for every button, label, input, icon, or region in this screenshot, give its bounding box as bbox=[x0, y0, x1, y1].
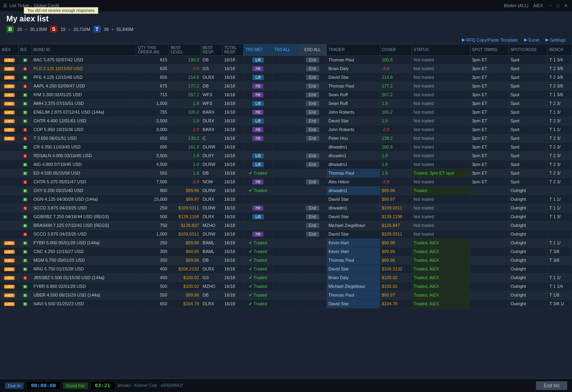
lift-button[interactable]: Lift bbox=[252, 214, 264, 219]
maximize-button[interactable]: □ bbox=[555, 3, 561, 8]
hit-button[interactable]: Hit bbox=[252, 84, 263, 89]
cell-qty: 450 bbox=[136, 273, 169, 282]
cell-spot-timing: 3pm ET bbox=[470, 82, 509, 90]
due-in-timer: 00:00:00 bbox=[27, 382, 60, 389]
cell-aiex: AiEX bbox=[0, 238, 19, 247]
cell-best-resp: DLRX bbox=[201, 212, 223, 221]
aiex-badge: AiEX bbox=[4, 241, 15, 245]
cell-best-resp: GS bbox=[201, 273, 223, 282]
end-button[interactable]: End bbox=[306, 84, 319, 89]
hit-button[interactable]: Hit bbox=[252, 92, 263, 97]
table-row: AiEX B KIM 3.300 02/01/25 USD 715 267.2 … bbox=[0, 90, 572, 99]
end-button[interactable]: End bbox=[306, 153, 319, 158]
hit-button[interactable]: Hit bbox=[252, 179, 263, 185]
hit-button[interactable]: Hit bbox=[252, 110, 263, 115]
cell-spot-cross: Outright bbox=[509, 299, 547, 308]
table-row: AiEX B FYBR 6.860 02/01/28 USD 500 $100.… bbox=[0, 282, 572, 291]
table-row: S SCCO 3.875 04/23/25 USD 1,000 $109.031… bbox=[0, 230, 572, 238]
col-total-resp: TOTALRESP. bbox=[223, 44, 244, 55]
lift-button[interactable]: Lift bbox=[252, 118, 264, 124]
cell-end: End bbox=[298, 64, 326, 73]
cell-qty: 250 bbox=[136, 238, 169, 247]
hit-button[interactable]: Hit bbox=[252, 127, 263, 132]
cell-bench: T 1 3/4 bbox=[548, 55, 572, 64]
hit-button[interactable]: Hit bbox=[252, 232, 263, 237]
cell-trd-met: ✔ Traded bbox=[244, 247, 273, 256]
cell-total-resp: 16/18 bbox=[223, 299, 244, 308]
settings-button[interactable]: ▶ Settings bbox=[545, 37, 566, 42]
cell-end: End bbox=[298, 204, 326, 212]
cell-bs: B bbox=[19, 238, 32, 247]
cell-bs: S bbox=[19, 273, 32, 282]
end-button[interactable]: End bbox=[306, 162, 319, 167]
traded-indicator: ✔ Traded bbox=[249, 284, 267, 289]
cell-aiex: AiEX bbox=[0, 256, 19, 265]
hit-button[interactable]: Hit bbox=[252, 206, 263, 211]
lift-button[interactable]: Lift bbox=[252, 101, 264, 106]
end-button[interactable]: End bbox=[306, 136, 319, 141]
end-button[interactable]: End bbox=[306, 223, 319, 228]
end-button[interactable]: End bbox=[306, 127, 319, 132]
lift-button[interactable]: Lift bbox=[252, 75, 264, 80]
buy-sell-badge: B bbox=[23, 224, 28, 228]
cell-cover: $99.96 bbox=[380, 186, 412, 195]
cell-bench: T 1 3/ bbox=[548, 108, 572, 116]
cell-aiex: AiEX bbox=[0, 99, 19, 108]
cell-status: Not traded bbox=[412, 177, 470, 186]
cell-status: Not traded bbox=[412, 151, 470, 160]
cell-end: End bbox=[298, 230, 326, 238]
rfq-button[interactable]: ▶ RFQ Copy/Paste Template bbox=[462, 37, 518, 42]
lift-button[interactable]: Lift bbox=[252, 153, 264, 158]
hit-button[interactable]: Hit bbox=[252, 66, 263, 71]
cell-status: Not traded bbox=[412, 143, 470, 151]
dot3: • bbox=[112, 27, 113, 32]
end-button[interactable]: End bbox=[306, 92, 319, 97]
cell-cover: $109.0311 bbox=[380, 204, 412, 212]
lift-button[interactable]: Lift bbox=[252, 57, 264, 63]
cell-trd-met: Hit bbox=[244, 177, 273, 186]
end-button[interactable]: End bbox=[306, 57, 319, 63]
end-button[interactable]: End bbox=[306, 101, 319, 106]
table-row: AiEX B ENELIM 2.875 07/12/41 USD {144a} … bbox=[0, 108, 572, 116]
hit-button[interactable]: Hit bbox=[252, 136, 263, 141]
end-list-button[interactable]: End list bbox=[536, 381, 567, 390]
cell-best-resp: DLRW bbox=[201, 204, 223, 212]
cell-cover: $99.97 bbox=[380, 291, 412, 299]
minimize-button[interactable]: ─ bbox=[548, 3, 553, 8]
cell-bs: B bbox=[19, 90, 32, 99]
end-button[interactable]: End bbox=[306, 214, 319, 219]
cell-best-resp: BAML bbox=[201, 247, 223, 256]
cell-bench: T 3/8 1/ bbox=[548, 299, 572, 308]
end-button[interactable]: End bbox=[306, 179, 319, 185]
cell-total-resp: 16/18 bbox=[223, 64, 244, 73]
cell-cover: $139.1198 bbox=[380, 212, 412, 221]
close-button[interactable]: ✕ bbox=[563, 3, 569, 8]
excel-button[interactable]: ▶ Excel bbox=[524, 37, 539, 42]
cell-end: End bbox=[298, 134, 326, 143]
cell-total-resp: 16/18 bbox=[223, 291, 244, 299]
cell-spot-cross: Outright bbox=[509, 221, 547, 230]
cell-end: End bbox=[298, 160, 326, 169]
cell-status: Not traded bbox=[412, 73, 470, 82]
cell-trd-all bbox=[273, 151, 298, 160]
end-button[interactable]: End bbox=[306, 110, 319, 115]
end-button[interactable]: End bbox=[306, 232, 319, 237]
cell-qty: 500 bbox=[136, 212, 169, 221]
cell-spot-cross: Outright bbox=[509, 282, 547, 291]
end-button[interactable]: End bbox=[306, 75, 319, 80]
cell-bond: CR 4.350 11/03/45 USD bbox=[32, 143, 136, 151]
cell-cover: 1.9 bbox=[380, 116, 412, 125]
cell-trd-met: ✔ Traded bbox=[244, 265, 273, 273]
lift-button[interactable]: Lift bbox=[252, 162, 264, 167]
table-row: AiEX B NRG 5.750 01/15/28 USD 400 $106.2… bbox=[0, 265, 572, 273]
cell-trd-met: Lift bbox=[244, 116, 273, 125]
end-button[interactable]: End bbox=[306, 66, 319, 71]
end-button[interactable]: End bbox=[306, 118, 319, 124]
cell-best-resp: DLRX bbox=[201, 116, 223, 125]
cell-bench: T 2 3/8 bbox=[548, 82, 572, 90]
end-button[interactable]: End bbox=[306, 206, 319, 211]
cell-best-resp: NOM bbox=[201, 177, 223, 186]
cell-best-resp: DB bbox=[201, 256, 223, 265]
cell-bs: B bbox=[19, 256, 32, 265]
cell-end: End bbox=[298, 90, 326, 99]
